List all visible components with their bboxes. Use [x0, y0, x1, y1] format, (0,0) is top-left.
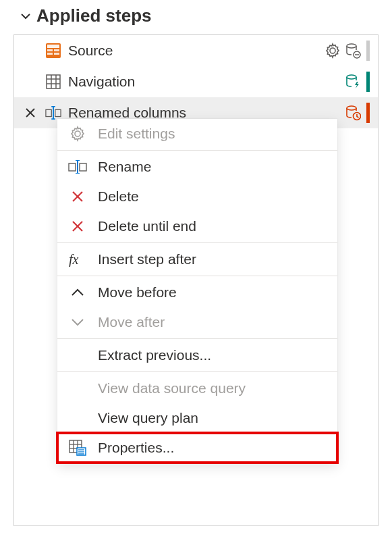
panel-header[interactable]: Applied steps — [0, 0, 392, 33]
svg-rect-2 — [47, 49, 53, 51]
database-remove-icon — [345, 43, 361, 59]
database-bolt-icon — [345, 74, 361, 90]
menu-label: Properties... — [98, 440, 174, 456]
delete-step-button[interactable] — [22, 106, 38, 120]
menu-label: View query plan — [98, 410, 198, 426]
delete-icon — [68, 218, 87, 234]
menu-separator — [57, 150, 337, 151]
gear-icon — [68, 126, 87, 142]
menu-label: Move after — [98, 314, 165, 330]
menu-delete-until-end[interactable]: Delete until end — [57, 211, 337, 241]
menu-move-before[interactable]: Move before — [57, 278, 337, 307]
svg-rect-5 — [54, 53, 59, 55]
svg-point-22 — [347, 106, 356, 110]
menu-separator — [57, 242, 337, 243]
menu-view-data-source-query: View data source query — [57, 373, 337, 403]
svg-text:fx: fx — [69, 252, 79, 267]
panel-title: Applied steps — [36, 5, 151, 26]
chevron-down-icon — [68, 314, 87, 330]
menu-separator — [57, 338, 337, 339]
datasource-icon — [45, 43, 61, 59]
svg-rect-18 — [55, 109, 61, 116]
menu-separator — [57, 276, 337, 276]
step-navigation[interactable]: Navigation — [14, 66, 378, 97]
menu-label: Rename — [98, 159, 151, 175]
menu-properties[interactable]: Properties... — [57, 433, 337, 463]
step-context-menu: Edit settings Rename Delete Delete until… — [57, 119, 337, 463]
step-label: Navigation — [68, 74, 338, 90]
menu-label: Delete — [98, 188, 139, 205]
menu-insert-step-after[interactable]: fx Insert step after — [57, 244, 337, 274]
fx-icon: fx — [68, 251, 87, 267]
rename-icon — [68, 159, 87, 175]
gear-icon[interactable] — [325, 43, 341, 59]
chevron-down-icon — [20, 11, 31, 22]
menu-label: View data source query — [98, 380, 246, 396]
svg-point-6 — [347, 44, 356, 48]
database-clock-icon — [345, 105, 361, 121]
svg-rect-3 — [47, 53, 53, 55]
svg-rect-24 — [69, 163, 76, 171]
status-bar — [366, 41, 370, 61]
step-source[interactable]: Source — [14, 35, 378, 66]
menu-label: Edit settings — [98, 126, 175, 142]
menu-extract-previous[interactable]: Extract previous... — [57, 340, 337, 370]
svg-rect-4 — [54, 49, 59, 51]
menu-label: Move before — [98, 284, 177, 301]
menu-view-query-plan[interactable]: View query plan — [57, 403, 337, 433]
menu-delete[interactable]: Delete — [57, 182, 337, 211]
menu-edit-settings: Edit settings — [57, 119, 337, 149]
svg-rect-9 — [47, 75, 60, 88]
table-icon — [45, 74, 61, 90]
status-bar — [366, 72, 370, 92]
menu-label: Insert step after — [98, 251, 196, 267]
menu-rename[interactable]: Rename — [57, 152, 337, 182]
svg-rect-17 — [46, 109, 51, 116]
menu-separator — [57, 371, 337, 372]
svg-rect-25 — [80, 163, 86, 171]
step-label: Source — [68, 43, 318, 59]
status-bar — [366, 103, 370, 123]
svg-point-14 — [347, 75, 356, 79]
menu-label: Extract previous... — [98, 347, 211, 363]
chevron-up-icon — [68, 284, 87, 301]
menu-label: Delete until end — [98, 218, 196, 234]
delete-icon — [68, 188, 87, 205]
menu-move-after: Move after — [57, 307, 337, 337]
properties-icon — [68, 440, 87, 456]
svg-rect-1 — [47, 45, 59, 48]
